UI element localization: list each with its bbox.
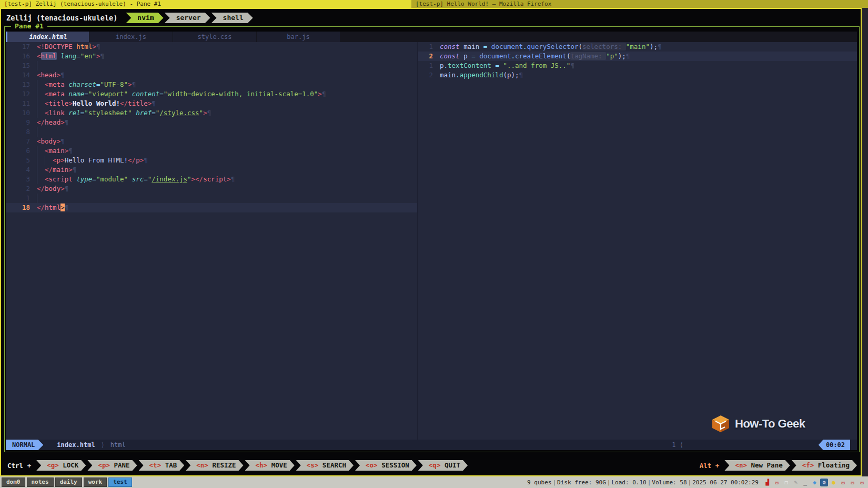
code-line[interactable]: 6 <main>¶ [6, 146, 417, 156]
line-number: 1 [418, 42, 440, 52]
token: ¶ [152, 99, 156, 107]
token: ¶ [519, 71, 523, 79]
token: . [511, 52, 516, 60]
workspace-button-test[interactable]: test [108, 477, 132, 487]
window-titlebar-terminal[interactable]: [test-p] Zellij (tenacious-ukulele) - Pa… [0, 0, 411, 8]
token: . [523, 43, 527, 50]
keybind-quit: <q> QUIT [418, 460, 468, 471]
token: < [53, 156, 57, 164]
keybind-move: <h> MOVE [245, 460, 295, 471]
line-number: 14 [6, 70, 37, 80]
keybind-key: <q> [429, 461, 441, 469]
code-line[interactable]: 1const main = document.querySelector(sel… [418, 42, 857, 52]
workspace-button-work[interactable]: work [84, 477, 107, 487]
token: ¶ [570, 62, 574, 69]
token: const [440, 52, 460, 60]
token: document [479, 52, 511, 60]
code-line[interactable]: 2</body>¶ [6, 184, 417, 194]
code-line[interactable]: 3 <script type="module" src="/index.js">… [6, 175, 417, 184]
mail-icon[interactable]: ✉ [849, 479, 856, 486]
code-line[interactable]: 10 <link rel="stylesheet" href="/style.c… [6, 108, 417, 118]
token: < [37, 137, 41, 145]
gear-icon[interactable]: ⚙ [820, 479, 828, 486]
token: type [76, 175, 92, 183]
token: createElement [515, 52, 567, 60]
workspace-button-daily[interactable]: daily [55, 477, 82, 487]
token: title [128, 99, 148, 107]
indent-guide [37, 108, 41, 118]
token: head [41, 71, 57, 79]
code-line[interactable]: 14<head>¶ [6, 70, 417, 80]
code-line[interactable]: 8 [6, 127, 417, 137]
code-line[interactable]: 9</head>¶ [6, 118, 417, 127]
signal-icon[interactable]: ▟ [763, 479, 771, 486]
token: href [136, 109, 152, 117]
yellow-status-icon[interactable]: ● [830, 479, 837, 486]
token: main [440, 71, 456, 79]
code-text: <main>¶ [37, 146, 417, 156]
mail-icon[interactable]: ✉ [858, 479, 866, 486]
code-line[interactable]: 17<!DOCTYPE html>¶ [6, 42, 417, 52]
token: p [57, 156, 61, 164]
token: querySelector [527, 43, 579, 50]
token: body [45, 185, 60, 192]
token: ¶ [207, 109, 211, 117]
window-titlebar-firefox[interactable]: [test-p] Hello World! — Mozilla Firefox [411, 0, 868, 8]
code-text: <!DOCTYPE html>¶ [37, 42, 417, 52]
code-text: <link rel="stylesheet" href="/style.css"… [37, 108, 417, 118]
code-line[interactable]: 15 [6, 61, 417, 70]
token: /index.js [152, 175, 187, 183]
token: < [45, 80, 49, 88]
mail-icon[interactable]: ✉ [839, 479, 847, 486]
code-line[interactable]: 13 <meta charset="UTF-8">¶ [6, 80, 417, 89]
status-segment: Volume: 58 [652, 479, 687, 486]
code-text: main.appendChild(p);¶ [440, 70, 857, 80]
code-line[interactable]: 1 [6, 194, 417, 203]
clipboard-icon[interactable]: ❐ [782, 479, 790, 486]
code-line[interactable]: 11 <title>Hello World!</title>¶ [6, 99, 417, 108]
code-line[interactable]: 2const p = document.createElement(tagNam… [418, 52, 857, 61]
token: . [444, 62, 448, 69]
nvim-editor: index.htmlindex.jsstyle.cssbar.js 17<!DO… [6, 32, 857, 450]
zellij-tab-shell[interactable]: shell [211, 13, 253, 23]
mail-icon[interactable]: ✉ [773, 479, 781, 486]
code-line[interactable]: 12 <meta name="viewport" content="width=… [6, 89, 417, 99]
code-line[interactable]: 4 </main>¶ [6, 165, 417, 175]
system-status-text: 9 qubes|Disk free: 90G|Load: 0.10|Volume… [527, 479, 759, 486]
token: ¶ [73, 166, 77, 174]
status-separator: | [607, 479, 611, 486]
buffer-tab-index.js[interactable]: index.js [89, 32, 173, 42]
indent-guide [37, 175, 41, 184]
code-line[interactable]: 16<html lang="en">¶ [6, 52, 417, 61]
howtogeek-logo-icon [710, 415, 731, 433]
token: ¶ [96, 43, 100, 50]
editor-pane-html[interactable]: 17<!DOCTYPE html>¶16<html lang="en">¶151… [6, 42, 417, 440]
token: "p" [606, 52, 618, 60]
token: ¶ [65, 204, 69, 211]
zellij-tab-nvim[interactable]: nvim [126, 13, 163, 23]
code-line[interactable]: 7<body>¶ [6, 137, 417, 146]
code-line[interactable]: 2main.appendChild(p);¶ [418, 70, 857, 80]
workspace-button-dom0[interactable]: dom0 [2, 477, 25, 487]
token: ¶ [65, 118, 69, 126]
editor-pane-js[interactable]: 1const main = document.querySelector(sel… [418, 42, 857, 440]
workspace-switcher: dom0notesdailyworktest [0, 477, 132, 487]
token: > [92, 43, 96, 50]
code-line[interactable]: 5 <p>Hello From HTML!</p>¶ [6, 156, 417, 165]
code-line[interactable]: 1p.textContent = "..and from JS.."¶ [418, 61, 857, 70]
workspace-button-notes[interactable]: notes [27, 477, 54, 487]
buffer-tab-bar.js[interactable]: bar.js [257, 32, 340, 42]
code-line[interactable]: 18</html>¶ [6, 203, 417, 212]
dash-icon[interactable]: ▁ [801, 479, 809, 486]
buffer-tab-index.html[interactable]: index.html [6, 32, 89, 42]
keybind-search: <s> SEARCH [296, 460, 354, 471]
token: src [132, 175, 144, 183]
terminal-window: Zellij (tenacious-ukulele) nvimservershe… [0, 8, 862, 476]
indent-guide [37, 165, 41, 175]
line-number: 18 [6, 203, 37, 212]
qubes-cube-icon[interactable]: ◆ [811, 479, 819, 486]
buffer-tab-style.css[interactable]: style.css [173, 32, 256, 42]
zellij-tab-server[interactable]: server [165, 13, 210, 23]
keybind-key: <o> [366, 461, 378, 469]
pen-icon[interactable]: ✎ [792, 479, 800, 486]
